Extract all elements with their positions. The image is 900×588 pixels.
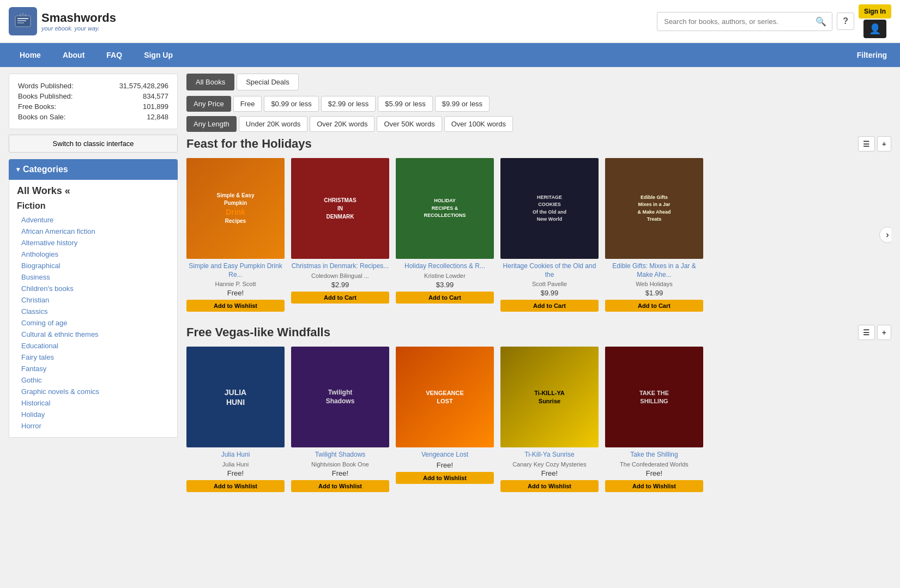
nav-about[interactable]: About: [52, 43, 95, 67]
help-button[interactable]: ?: [837, 13, 854, 30]
book-title[interactable]: Edible Gifts: Mixes in a Jar & Make Ahe.…: [605, 262, 703, 279]
cat-african-american[interactable]: African American fiction: [17, 226, 170, 237]
add-cart-button[interactable]: Add to Cart: [396, 292, 494, 304]
book-title[interactable]: Christmas in Denmark: Recipes...: [291, 262, 389, 271]
cat-horror[interactable]: Horror: [17, 420, 170, 432]
add-cart-button[interactable]: Add to Cart: [605, 300, 703, 312]
categories-header[interactable]: ▾ Categories: [9, 159, 178, 180]
length-over20k[interactable]: Over 20K words: [310, 116, 375, 132]
cat-alt-history[interactable]: Alternative history: [17, 237, 170, 248]
price-099[interactable]: $0.99 or less: [264, 96, 318, 112]
header-right: 🔍 ? Sign In 👤: [657, 4, 891, 38]
logo-area: Smashwords your ebook. your way.: [9, 7, 116, 35]
books-grid-feast: Simple & EasyPumpkinDrinkRecipes Simple …: [186, 158, 891, 312]
stat-free: Free Books: 101,899: [18, 101, 168, 112]
nav-links: Home About FAQ Sign Up: [9, 43, 184, 67]
main-content: Words Published: 31,575,428,296 Books Pu…: [0, 67, 900, 512]
search-button[interactable]: 🔍: [810, 13, 832, 31]
cat-adventure[interactable]: Adventure: [17, 214, 170, 226]
book-author: Kristine Lowder: [396, 272, 494, 279]
next-arrow-button[interactable]: ›: [879, 227, 891, 243]
user-icon-button[interactable]: 👤: [863, 20, 886, 38]
all-works-link[interactable]: All Works «: [17, 185, 170, 197]
book-title[interactable]: Ti-Kill-Ya Sunrise: [500, 451, 599, 459]
classic-interface-button[interactable]: Switch to classic interface: [9, 135, 178, 153]
cat-holiday[interactable]: Holiday: [17, 409, 170, 420]
feast-holidays-section: Feast for the Holidays ☰ + Simple & Easy…: [186, 136, 891, 312]
list-view-button[interactable]: ☰: [858, 325, 875, 340]
book-title[interactable]: Simple and Easy Pumpkin Drink Re...: [186, 262, 285, 279]
price-999[interactable]: $9.99 or less: [435, 96, 490, 112]
length-filter-row: Any Length Under 20K words Over 20K word…: [186, 116, 891, 132]
cat-biographical[interactable]: Biographical: [17, 260, 170, 271]
add-wishlist-button[interactable]: Add to Wishlist: [605, 480, 703, 492]
book-title[interactable]: Twilight Shadows: [291, 451, 389, 459]
cat-historical[interactable]: Historical: [17, 397, 170, 409]
cat-educational[interactable]: Educational: [17, 340, 170, 351]
length-over50k[interactable]: Over 50K words: [377, 116, 442, 132]
cat-graphic-novels[interactable]: Graphic novels & comics: [17, 386, 170, 397]
add-wishlist-button[interactable]: Add to Wishlist: [186, 480, 285, 492]
book-author: Web Holidays: [605, 281, 703, 287]
nav-signup[interactable]: Sign Up: [133, 43, 184, 67]
sign-in-button[interactable]: Sign In: [859, 4, 891, 19]
expand-button[interactable]: +: [877, 136, 891, 151]
content-area: All Books Special Deals Any Price Free $…: [186, 74, 891, 505]
logo-icon: [9, 7, 37, 35]
book-title[interactable]: Julia Huni: [186, 451, 285, 459]
book-title[interactable]: Heritage Cookies of the Old and the: [500, 262, 599, 279]
cat-cultural-ethnic[interactable]: Cultural & ethnic themes: [17, 329, 170, 340]
cat-anthologies[interactable]: Anthologies: [17, 248, 170, 260]
add-wishlist-button[interactable]: Add to Wishlist: [186, 300, 285, 312]
book-card: VENGEANCELOST Vengeance Lost Free! Add t…: [396, 347, 494, 492]
price-299[interactable]: $2.99 or less: [321, 96, 376, 112]
add-wishlist-button[interactable]: Add to Wishlist: [396, 472, 494, 484]
price-599[interactable]: $5.99 or less: [378, 96, 432, 112]
search-input[interactable]: [657, 14, 810, 29]
nav-home[interactable]: Home: [9, 43, 52, 67]
expand-button[interactable]: +: [877, 325, 891, 340]
book-author: Scott Pavelle: [500, 281, 599, 287]
book-title[interactable]: Holiday Recollections & R...: [396, 262, 494, 271]
book-card: TwilightShadows Twilight Shadows Nightvi…: [291, 347, 389, 492]
book-cover: Edible GiftsMixes in a Jar& Make AheadTr…: [605, 158, 703, 259]
length-under20k[interactable]: Under 20K words: [239, 116, 307, 132]
book-author: The Confederated Worlds: [605, 461, 703, 468]
list-view-button[interactable]: ☰: [858, 136, 875, 151]
svg-line-6: [20, 14, 21, 15]
nav-filtering[interactable]: Filtering: [853, 43, 891, 67]
cat-fairy-tales[interactable]: Fairy tales: [17, 351, 170, 363]
book-price: $2.99: [291, 281, 389, 289]
cat-business[interactable]: Business: [17, 271, 170, 283]
book-cover: HOLIDAYRECIPES &RECOLLECTIONS: [396, 158, 494, 259]
book-author: Canary Key Cozy Mysteries: [500, 461, 599, 468]
cat-coming-of-age[interactable]: Coming of age: [17, 317, 170, 329]
logo-subtitle: your ebook. your way.: [41, 25, 116, 32]
price-free[interactable]: Free: [233, 96, 262, 112]
nav-faq[interactable]: FAQ: [95, 43, 133, 67]
cat-fantasy[interactable]: Fantasy: [17, 363, 170, 374]
add-wishlist-button[interactable]: Add to Wishlist: [291, 480, 389, 492]
add-wishlist-button[interactable]: Add to Wishlist: [500, 480, 599, 492]
book-price: Free!: [396, 461, 494, 469]
tab-special-deals[interactable]: Special Deals: [237, 74, 299, 90]
vegas-windfalls-section: Free Vegas-like Windfalls ☰ + JULIAHUNI …: [186, 325, 891, 492]
price-any[interactable]: Any Price: [186, 96, 231, 112]
book-title[interactable]: Vengeance Lost: [396, 451, 494, 459]
fiction-section-title: Fiction: [17, 201, 170, 211]
add-cart-button[interactable]: Add to Cart: [500, 300, 599, 312]
cat-childrens-books[interactable]: Children's books: [17, 283, 170, 294]
book-cover: Ti-KILL-YASunrise: [500, 347, 599, 447]
length-over100k[interactable]: Over 100K words: [444, 116, 513, 132]
book-type-tabs: All Books Special Deals: [186, 74, 891, 90]
cat-gothic[interactable]: Gothic: [17, 374, 170, 386]
book-cover: TAKE THESHILLING: [605, 347, 703, 447]
cat-classics[interactable]: Classics: [17, 306, 170, 317]
length-any[interactable]: Any Length: [186, 116, 237, 132]
book-price: Free!: [605, 469, 703, 477]
cat-christian[interactable]: Christian: [17, 294, 170, 306]
categories-title: Categories: [23, 165, 68, 174]
book-title[interactable]: Take the Shilling: [605, 451, 703, 459]
add-cart-button[interactable]: Add to Cart: [291, 292, 389, 304]
tab-all-books[interactable]: All Books: [186, 74, 234, 90]
